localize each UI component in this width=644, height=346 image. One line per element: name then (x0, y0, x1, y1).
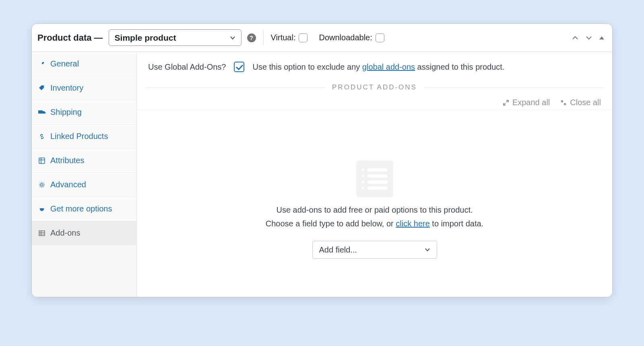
tab-general[interactable]: General (32, 52, 136, 76)
plug-icon (38, 206, 45, 212)
svg-rect-0 (38, 110, 43, 114)
grid-icon (38, 157, 45, 164)
tab-label: Get more options (50, 204, 112, 213)
svg-point-2 (41, 184, 43, 186)
tab-attributes[interactable]: Attributes (32, 149, 136, 173)
downloadable-label: Downloadable: (319, 33, 372, 42)
tab-advanced[interactable]: Advanced (32, 173, 136, 197)
checkbox-icon (376, 33, 384, 42)
table-icon (38, 230, 45, 236)
tab-label: Shipping (50, 108, 82, 117)
product-type-select-wrap: Simple product (109, 29, 242, 46)
product-data-panel: Product data — Simple product ? Virtual:… (31, 23, 613, 297)
global-addons-row: Use Global Add-Ons? Use this option to e… (137, 52, 612, 83)
checkbox-icon (299, 33, 308, 42)
empty-state-text: Use add-ons to add free or paid options … (266, 203, 483, 230)
global-addons-checkbox[interactable] (234, 62, 244, 72)
move-down-button[interactable] (585, 34, 593, 42)
import-link[interactable]: click here (396, 219, 429, 228)
truck-icon (38, 110, 45, 115)
link-icon (38, 133, 45, 140)
list-placeholder-icon (356, 160, 393, 197)
move-up-button[interactable] (571, 34, 579, 42)
expand-all-button[interactable]: Expand all (503, 98, 550, 107)
add-field-select[interactable]: Add field... (312, 241, 437, 259)
close-all-button[interactable]: Close all (560, 98, 601, 107)
tab-label: Add-ons (50, 228, 80, 238)
collapse-icon (560, 99, 567, 106)
downloadable-toggle[interactable]: Downloadable: (319, 33, 384, 42)
tag-icon (38, 85, 45, 91)
panel-controls (571, 34, 605, 42)
tab-get-more-options[interactable]: Get more options (32, 197, 136, 221)
panel-body: General Inventory Shipping Linked Produc… (32, 52, 612, 297)
section-title: PRODUCT ADD-ONS (325, 83, 424, 91)
tab-label: General (50, 59, 79, 68)
wrench-icon (38, 61, 45, 67)
global-addons-description: Use this option to exclude any global ad… (252, 62, 504, 72)
tab-label: Attributes (50, 156, 84, 165)
help-icon[interactable]: ? (247, 33, 256, 42)
tab-add-ons[interactable]: Add-ons (32, 221, 136, 245)
product-type-select[interactable]: Simple product (109, 29, 242, 46)
tab-shipping[interactable]: Shipping (32, 100, 136, 124)
tab-inventory[interactable]: Inventory (32, 76, 136, 100)
expand-icon (503, 99, 509, 106)
virtual-label: Virtual: (271, 33, 296, 42)
svg-rect-3 (39, 231, 45, 236)
product-data-title: Product data — (37, 33, 103, 43)
global-addons-link[interactable]: global add-ons (362, 62, 415, 71)
product-data-tabs: General Inventory Shipping Linked Produc… (32, 52, 137, 297)
tab-label: Advanced (50, 180, 86, 189)
tab-label: Linked Products (50, 132, 108, 141)
section-divider: PRODUCT ADD-ONS (146, 83, 603, 91)
gear-icon (38, 182, 45, 188)
svg-rect-1 (39, 158, 45, 164)
collapse-controls: Expand all Close all (137, 95, 612, 110)
tab-linked-products[interactable]: Linked Products (32, 124, 136, 149)
tab-label: Inventory (50, 83, 83, 93)
toggle-panel-button[interactable] (599, 34, 605, 42)
panel-header: Product data — Simple product ? Virtual:… (32, 24, 612, 52)
add-field-wrap: Add field... (312, 241, 437, 259)
global-addons-label: Use Global Add-Ons? (148, 62, 226, 72)
virtual-toggle[interactable]: Virtual: (271, 33, 308, 42)
addons-panel: Use Global Add-Ons? Use this option to e… (137, 52, 612, 297)
empty-state: Use add-ons to add free or paid options … (137, 110, 612, 297)
divider (263, 30, 264, 46)
